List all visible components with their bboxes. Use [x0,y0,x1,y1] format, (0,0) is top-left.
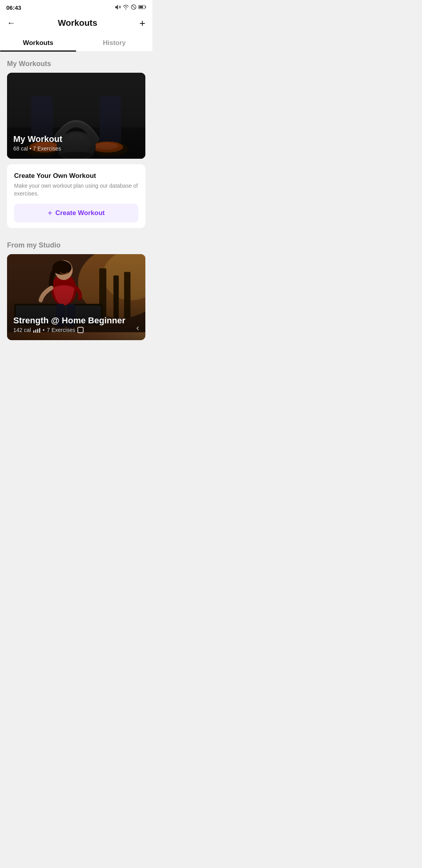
create-workout-card[interactable]: Create Your Own Workout Make your own wo… [7,164,145,228]
svg-line-3 [132,5,135,9]
create-workout-button-label: Create Workout [55,209,105,217]
tabs-container: Workouts History [0,34,152,52]
status-icons [114,4,146,11]
studio-card-bottom: Strength @ Home Beginner 142 cal • [13,316,139,334]
studio-workout-name: Strength @ Home Beginner [13,316,136,326]
studio-card-image: Strength @ Home Beginner 142 cal • [7,254,145,340]
my-workout-card[interactable]: My Workout 68 cal • 7 Exercises [7,73,145,159]
create-workout-button[interactable]: + Create Workout [14,204,138,222]
mute-icon [114,4,121,11]
battery-icon [138,5,146,11]
watch-icon [77,327,84,333]
workout-card-info: My Workout 68 cal • 7 Exercises [13,134,62,152]
studio-workout-meta: 142 cal • 7 Exercises [13,327,136,333]
tab-history[interactable]: History [76,34,152,52]
chevron-right-icon[interactable]: ‹ [136,323,139,334]
svg-rect-6 [139,6,143,8]
my-workouts-section: My Workouts [0,52,152,228]
tab-workouts[interactable]: Workouts [0,34,76,52]
wifi-icon [123,5,129,11]
create-card-title: Create Your Own Workout [14,172,138,180]
header: ← Workouts + [0,14,152,34]
status-bar: 06:43 [0,0,152,14]
workout-name: My Workout [13,134,62,144]
studio-section-title: From my Studio [0,233,152,254]
svg-rect-5 [145,6,146,8]
studio-section: From my Studio [0,233,152,340]
status-time: 06:43 [6,4,21,11]
studio-card-info: Strength @ Home Beginner 142 cal • [13,316,136,334]
studio-workout-card[interactable]: Strength @ Home Beginner 142 cal • [7,254,145,340]
blocked-icon [131,4,136,11]
my-workouts-title: My Workouts [0,52,152,73]
content-area: My Workouts [0,52,152,340]
add-button[interactable]: + [139,18,145,28]
my-workout-image: My Workout 68 cal • 7 Exercises [7,73,145,159]
workout-meta: 68 cal • 7 Exercises [13,145,62,152]
page-title: Workouts [58,18,97,28]
create-plus-icon: + [48,209,52,217]
back-button[interactable]: ← [7,19,16,27]
bar-chart-icon [33,327,40,333]
create-card-description: Make your own workout plan using our dat… [14,182,138,197]
